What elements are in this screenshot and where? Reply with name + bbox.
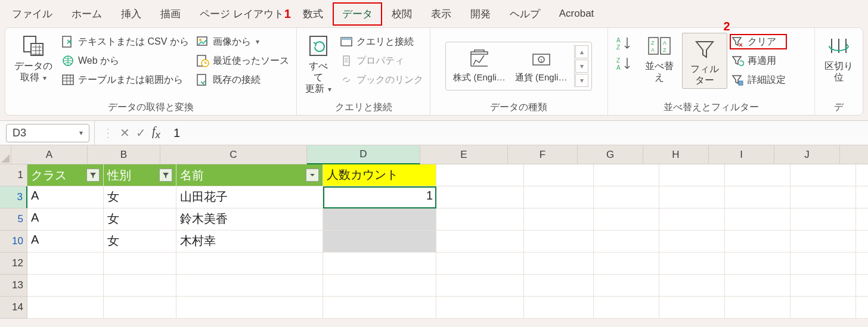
row-header-14[interactable]: 14 — [0, 297, 27, 319]
filter-dropdown-icon[interactable] — [306, 169, 319, 182]
cell[interactable]: 女 — [104, 231, 176, 253]
cell[interactable] — [594, 164, 659, 186]
from-image[interactable]: 画像から ▾ — [195, 34, 290, 49]
cell[interactable] — [104, 253, 176, 275]
cell[interactable] — [176, 297, 323, 319]
cell[interactable] — [436, 186, 524, 208]
cell[interactable] — [659, 208, 725, 231]
cell[interactable] — [27, 297, 104, 319]
menu-help[interactable]: ヘルプ — [500, 2, 550, 26]
cell[interactable] — [323, 297, 436, 319]
sort-button[interactable]: ZAAZ 並べ替え — [637, 33, 682, 83]
filter-active-icon[interactable] — [159, 169, 172, 182]
cell[interactable]: 女 — [104, 186, 176, 208]
cell[interactable] — [323, 208, 436, 231]
cell[interactable] — [856, 275, 868, 297]
cell[interactable] — [323, 253, 436, 275]
get-data-button[interactable]: データの取得 ▾ — [9, 33, 58, 83]
name-box[interactable]: D3 ▾ — [6, 124, 89, 142]
cell[interactable] — [659, 275, 725, 297]
existing-connections[interactable]: 既存の接続 — [195, 72, 290, 88]
text-to-columns-button[interactable]: 区切り位 — [819, 33, 859, 83]
cell[interactable] — [659, 231, 725, 253]
cell[interactable] — [27, 253, 104, 275]
data-type-stocks[interactable]: 株式 (Engli… — [448, 48, 510, 83]
cell[interactable] — [790, 186, 856, 208]
col-header-F[interactable]: F — [508, 145, 578, 164]
table-header-gender[interactable]: 性別 — [104, 164, 176, 186]
table-header-name[interactable]: 名前 — [176, 164, 323, 186]
cell[interactable] — [659, 164, 725, 186]
cell[interactable] — [524, 164, 594, 186]
cell[interactable] — [436, 164, 524, 186]
fx-icon[interactable]: fx — [152, 124, 160, 141]
cell[interactable] — [856, 208, 868, 231]
col-header-A[interactable]: A — [11, 145, 88, 164]
col-header-H[interactable]: H — [643, 145, 709, 164]
cell[interactable] — [594, 297, 659, 319]
cancel-icon[interactable]: ✕ — [120, 126, 130, 140]
cell[interactable] — [725, 253, 790, 275]
gallery-more-icon[interactable]: ▾ — [575, 74, 588, 87]
cell[interactable] — [594, 208, 659, 231]
cell[interactable]: A — [27, 231, 104, 253]
cell[interactable]: 木村幸 — [176, 231, 323, 253]
cell[interactable] — [725, 164, 790, 186]
menu-formulas[interactable]: 1 数式 — [293, 2, 333, 26]
from-web[interactable]: Web から — [60, 53, 190, 68]
cell[interactable] — [104, 275, 176, 297]
cell[interactable] — [790, 208, 856, 231]
cell[interactable]: 女 — [104, 208, 176, 231]
menu-draw[interactable]: 描画 — [151, 2, 190, 26]
menu-page-layout[interactable]: ページ レイアウト — [190, 2, 293, 26]
col-header-B[interactable]: B — [88, 145, 160, 164]
cell[interactable]: 鈴木美香 — [176, 208, 323, 231]
enter-icon[interactable]: ✓ — [136, 126, 146, 140]
cell[interactable] — [436, 275, 524, 297]
cell[interactable] — [725, 275, 790, 297]
cell[interactable] — [524, 208, 594, 231]
gallery-scroll[interactable]: ▴ ▾ ▾ — [574, 45, 589, 88]
cell[interactable] — [856, 186, 868, 208]
data-type-currencies[interactable]: 1 通貨 (Engli… — [510, 48, 572, 83]
reapply-filter[interactable]: 再適用 — [730, 53, 787, 68]
sort-desc-button[interactable]: ZA — [615, 55, 633, 72]
cell[interactable] — [27, 275, 104, 297]
cell[interactable] — [104, 297, 176, 319]
sort-asc-button[interactable]: AZ — [615, 35, 633, 52]
cell[interactable] — [436, 208, 524, 231]
cell[interactable] — [790, 164, 856, 186]
cell[interactable] — [176, 275, 323, 297]
cell[interactable] — [790, 275, 856, 297]
cell[interactable] — [856, 297, 868, 319]
row-header-5[interactable]: 5 — [0, 208, 27, 231]
col-header-E[interactable]: E — [420, 145, 508, 164]
clear-filter[interactable]: クリア — [730, 34, 787, 49]
col-header-K[interactable]: K — [840, 145, 868, 164]
cell[interactable] — [436, 253, 524, 275]
menu-review[interactable]: 校閲 — [382, 2, 421, 26]
cell[interactable] — [856, 231, 868, 253]
select-all-corner[interactable] — [0, 145, 11, 164]
filter-button[interactable]: フィルター — [682, 33, 727, 89]
from-table-range[interactable]: テーブルまたは範囲から — [60, 72, 190, 88]
recent-sources[interactable]: 最近使ったソース — [195, 53, 290, 68]
row-header-3[interactable]: 3 — [0, 186, 27, 208]
cell[interactable] — [725, 297, 790, 319]
cell[interactable]: A — [27, 186, 104, 208]
cell[interactable] — [524, 253, 594, 275]
cell[interactable] — [790, 253, 856, 275]
menu-home[interactable]: ホーム — [62, 2, 111, 26]
cell[interactable] — [790, 297, 856, 319]
row-header-12[interactable]: 12 — [0, 253, 27, 275]
col-header-D[interactable]: D — [307, 145, 420, 164]
cell[interactable] — [594, 253, 659, 275]
cell[interactable] — [659, 186, 725, 208]
menu-view[interactable]: 表示 — [421, 2, 461, 26]
cell[interactable] — [323, 275, 436, 297]
col-header-I[interactable]: I — [709, 145, 774, 164]
menu-developer[interactable]: 開発 — [461, 2, 500, 26]
menu-insert[interactable]: 挿入 — [111, 2, 151, 26]
cell[interactable] — [436, 231, 524, 253]
cell[interactable] — [524, 231, 594, 253]
